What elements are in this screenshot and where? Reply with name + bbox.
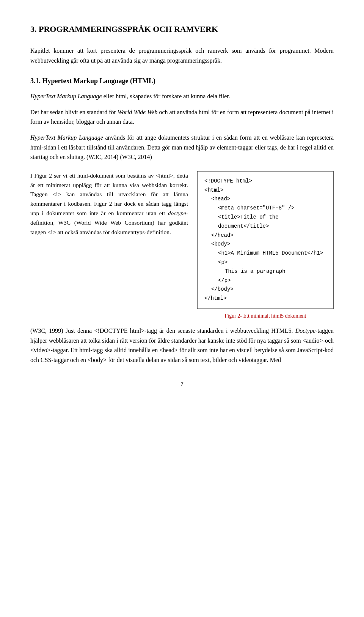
- code-line-8: <h1>A Minimum HTML5 Document</h1>: [204, 249, 326, 258]
- doctype-italic-2: Doctype: [295, 327, 315, 334]
- code-line-10: This is a paragraph: [204, 267, 326, 276]
- code-block: <!DOCTYPE html> <html> <head> <meta char…: [197, 171, 334, 309]
- left-col-para1: I Figur 2 ser vi ett html-dokument som b…: [30, 171, 188, 237]
- code-line-12: </body>: [204, 285, 326, 294]
- hypertext-italic: HyperText Markup Language: [30, 93, 102, 99]
- code-line-11: </p>: [204, 276, 326, 285]
- bottom-para-w3c: (W3C, 1999) Just denna <!DOCTYPE html>-t…: [30, 327, 295, 334]
- code-line-5: <title>Title of the document</title>: [204, 213, 326, 231]
- section-title-text: Hypertext Markup Language (HTML): [42, 77, 156, 85]
- intro-paragraph: Kapitlet kommer att kort presentera de p…: [30, 46, 334, 65]
- code-line-3: <head>: [204, 195, 326, 204]
- code-figure: <!DOCTYPE html> <html> <head> <meta char…: [197, 171, 334, 320]
- section-31-para1: HyperText Markup Language eller html, sk…: [30, 91, 334, 101]
- section-number: 3.1.: [30, 77, 42, 85]
- code-line-9: <p>: [204, 258, 326, 267]
- chapter-title: 3. PROGRAMMERINGSSPRÅK OCH RAMVERK: [30, 23, 334, 35]
- figure-caption: Figur 2- Ett minimalt html5 dokument: [197, 312, 334, 320]
- section-31-para1-rest: eller html, skapades för forskare att ku…: [102, 93, 230, 99]
- code-line-1: <!DOCTYPE html>: [204, 177, 326, 186]
- doctype-italic: doctype: [168, 210, 186, 216]
- code-line-2: <html>: [204, 186, 326, 195]
- code-line-13: </html>: [204, 294, 326, 303]
- code-line-6: </head>: [204, 231, 326, 240]
- figure-2-section: I Figur 2 ser vi ett html-dokument som b…: [30, 171, 334, 320]
- page-number: 7: [30, 380, 334, 389]
- hypertext-markup-italic: HyperText Markup Language: [30, 134, 103, 141]
- world-wide-web-italic: World Wide Web: [118, 109, 158, 115]
- section-31-title: 3.1. Hypertext Markup Language (HTML): [30, 76, 334, 86]
- left-column: I Figur 2 ser vi ett html-dokument som b…: [30, 171, 188, 320]
- bottom-paragraph: (W3C, 1999) Just denna <!DOCTYPE html>-t…: [30, 326, 334, 365]
- section-31-para2: Det har sedan blivit en standard för Wor…: [30, 107, 334, 127]
- code-line-7: <body>: [204, 240, 326, 249]
- section-31-para3: HyperText Markup Language används för at…: [30, 133, 334, 162]
- code-line-4: <meta charset="UTF-8" />: [204, 204, 326, 213]
